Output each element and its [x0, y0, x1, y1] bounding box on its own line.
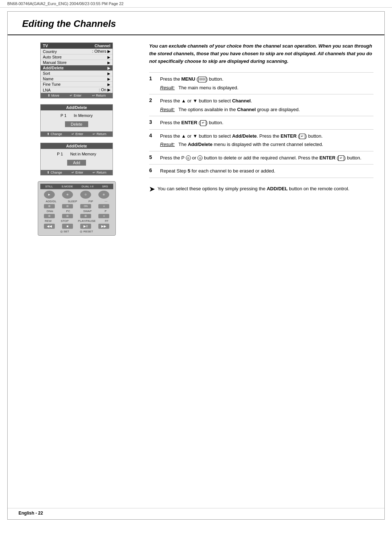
menu-header-tv: TV: [43, 44, 48, 48]
step-5-num: 5: [149, 151, 160, 165]
remote-sleep-btn: ⊞: [62, 204, 73, 208]
step-3-num: 3: [149, 116, 160, 130]
remote-pip-btn: ON: [80, 204, 91, 208]
step-2-content: Press the ▲ or ▼ button to select Channe…: [160, 94, 373, 116]
step-2-row: 2 Press the ▲ or ▼ button to select Chan…: [149, 94, 373, 116]
page-title: Editing the Channels: [22, 18, 370, 29]
ad-header-1: Add/Delete: [41, 105, 113, 110]
p1-label-2: P 1: [57, 152, 63, 156]
enter-icon-5: ↵: [338, 155, 344, 161]
add-delete-in-memory: Add/Delete P 1 In Memory Delete ⬆ Change…: [40, 104, 113, 137]
step-2-result: Result: The options available in the Cha…: [160, 106, 373, 113]
left-column: TV Channel Country : Others ▶ Auto Store…: [8, 42, 142, 243]
remote-srs-btn: ⊚: [98, 191, 109, 199]
menu-footer-1: ⬆ Move ↵ Enter ↩ Return: [41, 93, 113, 98]
remote-smode-btn: ⊕: [62, 191, 73, 199]
remote-dnie-btn: ⊞: [44, 214, 55, 218]
p1-line-1: P 1 In Memory: [44, 113, 110, 118]
menu-row-lna: LNA : On ▶: [41, 87, 113, 93]
ad-body-2: P 1 Not in Memory Add: [41, 149, 113, 170]
step-1-num: 1: [149, 73, 160, 94]
step-1-result: Result: The main menu is displayed.: [160, 84, 373, 92]
step-3-row: 3 Press the ENTER (↵) button.: [149, 116, 373, 130]
remote-label-row-1: ADD/DL SLEEP PIP ⋯: [40, 200, 113, 203]
p1-line-2: P 1 Not in Memory: [44, 152, 110, 156]
ad-header-2: Add/Delete: [41, 143, 113, 149]
menu-row-country: Country : Others ▶: [41, 49, 113, 54]
delete-button: Delete: [65, 121, 88, 127]
step-1-row: 1 Press the MENU (⊟⊟) button. Result: Th…: [149, 73, 373, 94]
status-label-2: Not in Memory: [70, 152, 96, 156]
menu-icon: ⊟⊟: [198, 77, 206, 82]
title-section: Editing the Channels: [8, 12, 384, 35]
step-4-row: 4 Press the ▲ or ▼ button to select Add/…: [149, 129, 373, 151]
page-footer: English - 22: [8, 508, 384, 516]
step-4-result: Result: The Add/Delete menu is displayed…: [160, 141, 373, 148]
footer-text: English - 22: [19, 511, 43, 516]
ad-footer-1: ⬆ Change ↵ Enter ↩ Return: [41, 131, 113, 137]
tip-arrow-icon: ➤: [149, 184, 155, 194]
step-6-row: 6 Repeat Step 5 for each channel to be e…: [149, 165, 373, 178]
remote-pip2-btn: ∧: [98, 204, 109, 208]
intro-paragraph: You can exclude channels of your choice …: [149, 42, 373, 65]
tip-box: ➤ You can select these options by simply…: [149, 185, 373, 194]
menu-row-sort: Sort ▶: [41, 71, 113, 76]
remote-bottom: ◎ SET ◎ RESET: [40, 230, 113, 233]
ad-footer-2: ⬆ Change ↵ Enter ↩ Return: [41, 170, 113, 175]
steps-table: 1 Press the MENU (⊟⊟) button. Result: Th…: [149, 72, 373, 178]
remote-icon-row-1: ▶ ⊕ ⊙ ⊚: [40, 191, 113, 199]
remote-rew-btn: ◀◀: [44, 224, 55, 229]
remote-ff-btn: ▶▶: [98, 224, 109, 229]
menu-header-channel: Channel: [95, 44, 110, 48]
tip-text: You can select these options by simply p…: [158, 185, 349, 192]
remote-control: STILL S.MODE DUAL I-II SRS ▶ ⊕ ⊙ ⊚ ADD/D…: [38, 181, 116, 236]
remote-play-btn: ▶II: [80, 224, 91, 229]
enter-icon-3: ↵: [200, 120, 206, 126]
p1-label-1: P 1: [61, 113, 66, 118]
menu-row-manualstore: Manual Store ▶: [41, 60, 113, 65]
header-text: BN68-00746A(GAIA2_Euro_ENG) 2004/08/23 0…: [7, 1, 123, 6]
menu-row-autostore: Auto Store ▶: [41, 54, 113, 60]
step-5-row: 5 Press the P ◎ or ◎ button to delete or…: [149, 151, 373, 165]
menu-row-adddelete: Add/Delete ▶: [41, 65, 113, 71]
step-1-content: Press the MENU (⊟⊟) button. Result: The …: [160, 73, 373, 94]
remote-swap-btn: ⊞: [80, 214, 91, 218]
menu-header-1: TV Channel: [41, 43, 113, 49]
enter-icon-4: ↵: [299, 134, 305, 139]
step-3-content: Press the ENTER (↵) button.: [160, 116, 373, 130]
ad-body-1: P 1 In Memory Delete: [41, 110, 113, 131]
page-header: BN68-00746A(GAIA2_Euro_ENG) 2004/08/23 0…: [0, 0, 392, 8]
page-wrapper: Editing the Channels TV Channel Country …: [7, 11, 385, 520]
remote-label-row-3: REW STOP PLAY/PAUSE FF: [40, 219, 113, 223]
step-6-num: 6: [149, 165, 160, 178]
remote-still-btn: ▶: [44, 191, 55, 199]
right-column: You can exclude channels of your choice …: [142, 42, 384, 243]
step-4-content: Press the ▲ or ▼ button to select Add/De…: [160, 129, 373, 151]
remote-icon-row-2: ⊞ ⊞ ON ∧: [40, 204, 113, 208]
step-6-content: Repeat Step 5 for each channel to be era…: [160, 165, 373, 178]
remote-top-row: STILL S.MODE DUAL I-II SRS: [40, 184, 113, 189]
add-delete-not-in-memory: Add/Delete P 1 Not in Memory Add ⬆ Chang…: [40, 143, 113, 175]
menu-row-finetune: Fine Tune ▶: [41, 82, 113, 87]
remote-icon-row-3: ⊞ ⊞ ⊞ ∨: [40, 214, 113, 218]
content-area: TV Channel Country : Others ▶ Auto Store…: [8, 35, 384, 243]
remote-dual-btn: ⊙: [80, 191, 91, 199]
step-5-content: Press the P ◎ or ◎ button to delete or a…: [160, 151, 373, 165]
status-label-1: In Memory: [74, 113, 93, 118]
tv-channel-menu: TV Channel Country : Others ▶ Auto Store…: [40, 42, 113, 98]
remote-label-row-2: DNIe PC SWAP P: [40, 210, 113, 213]
step-2-num: 2: [149, 94, 160, 116]
add-button: Add: [67, 160, 86, 166]
step-4-num: 4: [149, 129, 160, 151]
menu-row-name: Name ▶: [41, 76, 113, 82]
remote-icon-row-4: ◀◀ ■ ▶II ▶▶: [40, 224, 113, 229]
remote-adddl-btn: ⊞: [44, 204, 55, 208]
p-circle2-icon: ◎: [197, 155, 203, 161]
p-circle-icon: ◎: [186, 155, 191, 161]
remote-pc-btn: ⊞: [62, 214, 73, 218]
remote-p-btn: ∨: [98, 214, 109, 218]
remote-stop-btn: ■: [62, 224, 73, 229]
